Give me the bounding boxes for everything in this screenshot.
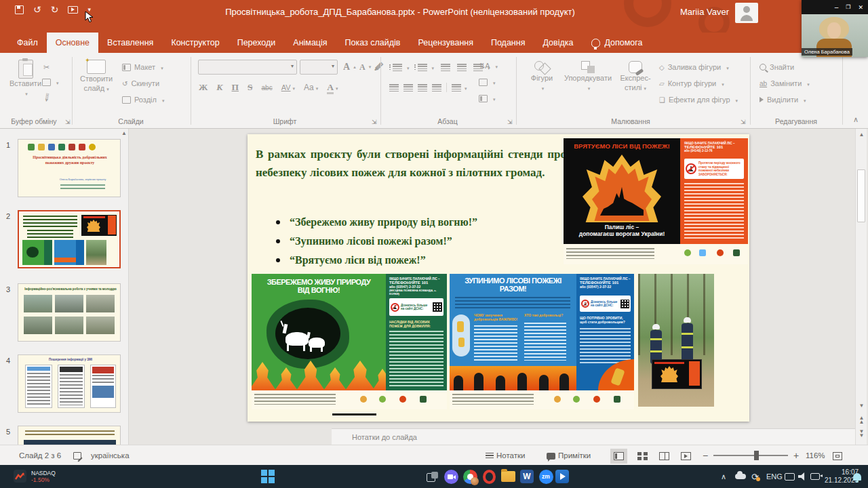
poster-green[interactable]: ЗБЕРЕЖЕМО ЖИВУ ПРИРОДУ ВІД ВОГНЮ! (252, 274, 447, 409)
align-right-icon[interactable] (418, 84, 427, 92)
volume-tray-icon[interactable] (798, 465, 807, 488)
align-left-icon[interactable] (389, 84, 399, 92)
shrink-font-button[interactable]: A▾ (359, 61, 371, 73)
increase-indent-icon[interactable] (457, 64, 467, 71)
shapes-button[interactable]: Фігури (524, 61, 559, 94)
slideshow-view-button[interactable] (681, 445, 691, 466)
vertical-scrollbar[interactable]: ▲ ▼ ▲▲ ▼▼ (855, 129, 867, 445)
collapse-ribbon-icon[interactable]: ∧ (853, 115, 859, 124)
justify-icon[interactable] (432, 84, 441, 92)
find-button[interactable]: Знайти (760, 61, 794, 73)
nasdaq-widget[interactable]: NASDAQ -1.50% (14, 470, 56, 483)
paste-button[interactable]: Вставити (9, 60, 41, 99)
zoom-in-button[interactable]: + (793, 445, 799, 466)
start-button[interactable] (260, 468, 276, 485)
dialog-launcher-icon[interactable]: ⇲ (507, 119, 513, 125)
close-icon[interactable]: ✕ (858, 4, 863, 11)
underline-button[interactable]: П (232, 82, 239, 93)
quick-styles-button[interactable]: Експрес- стилі (616, 61, 655, 94)
thumbnail-slide-3[interactable]: Інформаційно-роз'яснювальна робота з учн… (18, 283, 121, 342)
bold-button[interactable]: Ж (199, 82, 208, 93)
text-direction-button[interactable]: ⇅A (479, 60, 498, 72)
tab-insert[interactable]: Вставлення (98, 33, 162, 53)
reset-button[interactable]: ↺Скинути (122, 77, 159, 89)
proofing-status[interactable] (73, 445, 81, 466)
zoom-slider-track[interactable] (713, 455, 788, 456)
account-name[interactable]: Mariia Vaver (680, 7, 729, 17)
video-player-app-icon[interactable] (554, 468, 570, 485)
scroll-down-icon[interactable]: ▼ (857, 403, 866, 409)
dialog-launcher-icon[interactable]: ⇲ (65, 119, 71, 125)
word-app-icon[interactable]: W (519, 468, 535, 485)
replace-button[interactable]: abЗамінити (760, 77, 810, 89)
current-slide[interactable]: В рамках проєкту були створені інформаці… (248, 134, 749, 422)
zoom-app-icon[interactable]: zm (538, 468, 554, 485)
section-button[interactable]: Розділ (122, 94, 164, 106)
zoom-out-button[interactable]: − (703, 445, 708, 466)
scrollbar-thumb[interactable] (857, 169, 865, 222)
shape-fill-button[interactable]: ◇Заливка фігури (659, 61, 729, 73)
clear-formatting-button[interactable]: 🖉 (374, 61, 384, 73)
font-size-select[interactable] (300, 60, 338, 75)
slide-sorter-view-button[interactable] (637, 445, 648, 466)
tab-view[interactable]: Подання (482, 33, 534, 53)
camera-tray-icon[interactable] (810, 465, 820, 488)
previous-slide-button[interactable]: ▲▲ (857, 416, 866, 424)
grow-font-button[interactable]: A▴ (343, 61, 356, 73)
copy-button[interactable] (42, 76, 59, 88)
language-indicator[interactable]: ENG (766, 465, 783, 488)
strikethrough-button[interactable]: S (248, 82, 253, 93)
meet-app-icon[interactable] (443, 468, 459, 485)
subscript-button[interactable]: abc (262, 84, 273, 92)
fit-to-window-button[interactable] (833, 445, 842, 466)
task-view-button[interactable] (424, 468, 440, 485)
opera-app-icon[interactable] (481, 468, 497, 485)
zoom-level[interactable]: 116% (806, 445, 825, 466)
restore-icon[interactable]: ❐ (846, 4, 850, 10)
tab-transitions[interactable]: Переходи (229, 33, 285, 53)
scroll-up-icon[interactable]: ▲ (857, 131, 866, 138)
bullets-icon[interactable] (393, 64, 402, 71)
poster-fire[interactable]: ВРЯТУЄМО ЛІСИ ВІД ПОЖЕЖ! Палиш ліс – доп… (564, 138, 748, 264)
chrome-app-icon[interactable] (462, 468, 478, 485)
reading-view-button[interactable] (659, 445, 669, 466)
smartart-button[interactable] (479, 92, 496, 104)
zoom-slider-thumb[interactable] (754, 451, 759, 460)
tab-reference[interactable]: Довідка (534, 33, 582, 53)
thumbnail-slide-2[interactable] (18, 210, 121, 268)
thumb-scroll-up-icon[interactable]: ▲ (121, 130, 127, 136)
columns-icon[interactable] (452, 84, 461, 92)
shape-outline-button[interactable]: ▱Контур фігури (659, 77, 724, 89)
poster-blue[interactable]: ЗУПИНИМО ЛІСОВІ ПОЖЕЖІ РАЗОМ! ЧОМУ залуч… (450, 274, 634, 409)
notes-toggle[interactable]: Нотатки (486, 445, 525, 466)
layout-button[interactable]: Макет (122, 61, 163, 73)
thumbnail-slide-1[interactable]: Просвітницька діяльність добровільних по… (18, 139, 121, 197)
thumbnail-slide-5[interactable] (18, 426, 121, 445)
font-name-select[interactable] (198, 60, 297, 75)
tab-help[interactable]: Допомога (603, 33, 651, 53)
tab-file[interactable]: Файл (8, 33, 47, 53)
language-status[interactable]: українська (91, 445, 130, 466)
minimize-icon[interactable]: – (835, 3, 839, 11)
tray-expand-button[interactable]: ∧ (721, 465, 726, 488)
notifications-button[interactable] (853, 465, 861, 488)
notes-pane[interactable]: Нотатки до слайда (332, 428, 855, 445)
slide-bullet-list[interactable]: “Збережемо живу природу від вогню!” “Зуп… (276, 213, 477, 270)
font-color-button[interactable]: A (327, 82, 338, 93)
account-avatar[interactable] (735, 3, 758, 23)
slide-paragraph[interactable]: В рамках проєкту були створені інформаці… (256, 145, 566, 182)
slide-indicator[interactable]: Слайд 2 з 6 (19, 445, 61, 466)
tab-slideshow[interactable]: Показ слайдів (336, 33, 410, 53)
select-button[interactable]: Виділити (760, 94, 806, 106)
tab-review[interactable]: Рецензування (409, 33, 481, 53)
cast-tray-icon[interactable] (785, 465, 795, 488)
cut-button[interactable]: ✂ (43, 61, 50, 73)
change-case-button[interactable]: Aa (304, 83, 318, 92)
tab-animations[interactable]: Анімація (284, 33, 336, 53)
new-slide-button[interactable]: Створити слайд (80, 60, 113, 94)
align-text-button[interactable] (479, 76, 496, 88)
normal-view-button[interactable] (614, 445, 624, 466)
next-slide-button[interactable]: ▼▼ (857, 430, 866, 438)
arrange-button[interactable]: Упорядкувати (561, 61, 614, 94)
firefighters-photo[interactable] (638, 274, 714, 407)
